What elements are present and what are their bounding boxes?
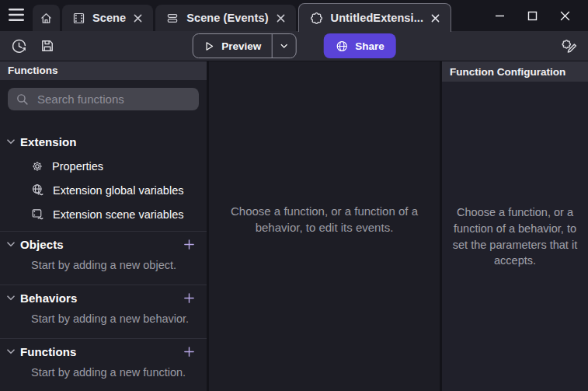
chevron-down-icon: [279, 41, 288, 51]
preview-dropdown-button[interactable]: [272, 34, 295, 58]
close-tab-icon[interactable]: [430, 13, 440, 23]
section-functions: Functions Start by adding a new function…: [0, 338, 207, 391]
preview-label: Preview: [221, 40, 261, 52]
history-icon[interactable]: [11, 38, 27, 54]
minimize-button[interactable]: [489, 5, 510, 26]
film-icon: [72, 12, 85, 25]
edit-extension-icon[interactable]: [559, 37, 578, 55]
section-header-objects[interactable]: Objects: [0, 232, 207, 257]
chevron-down-icon: [7, 242, 15, 247]
search-icon: [16, 93, 29, 106]
hamburger-menu-icon[interactable]: [9, 8, 24, 22]
window-controls: [489, 0, 588, 31]
tab-label: Scene (Events): [186, 12, 268, 24]
maximize-button[interactable]: [521, 5, 543, 26]
objects-empty-hint: Start by adding a new object.: [0, 257, 207, 280]
events-empty-message: Choose a function, or a function of a be…: [216, 203, 433, 236]
toolbar-right: [559, 31, 578, 61]
search-box[interactable]: [8, 88, 199, 110]
add-behavior-button[interactable]: [181, 290, 197, 306]
section-objects: Objects Start by adding a new object.: [0, 231, 207, 285]
function-configuration-panel: Function Configuration Choose a function…: [442, 61, 588, 391]
configuration-empty-message: Choose a function, or a function of a be…: [451, 204, 579, 268]
section-extension: Extension Properties: [0, 129, 207, 231]
tab-scene[interactable]: Scene: [62, 5, 153, 31]
extension-puzzle-icon: [309, 11, 324, 26]
tab-scene-events[interactable]: Scene (Events): [155, 5, 295, 31]
scene-variable-icon: [31, 208, 44, 221]
functions-panel: Functions Extension: [0, 61, 209, 391]
item-label: Properties: [52, 160, 103, 173]
section-title: Functions: [20, 345, 181, 358]
tab-home[interactable]: [33, 5, 60, 31]
section-title: Extension: [20, 135, 197, 148]
preview-main[interactable]: Preview: [193, 34, 271, 58]
list-item-scene-variables[interactable]: Extension scene variables: [0, 202, 207, 226]
panel-title: Functions: [8, 65, 58, 76]
title-bar: Scene Scene (Events) Un: [0, 0, 588, 31]
chevron-down-icon: [7, 139, 15, 145]
add-function-button[interactable]: [181, 344, 197, 360]
panel-title: Function Configuration: [450, 66, 565, 78]
section-header-extension[interactable]: Extension: [0, 129, 207, 154]
chevron-down-icon: [7, 295, 15, 301]
toolbar-center: Preview Share: [192, 33, 396, 58]
behaviors-empty-hint: Start by adding a new behavior.: [0, 310, 207, 333]
functions-panel-header: Functions: [0, 61, 207, 80]
function-configuration-header: Function Configuration: [442, 61, 588, 82]
tab-label: UntitledExtensi...: [331, 12, 423, 24]
item-label: Extension scene variables: [53, 208, 183, 221]
function-configuration-body: Choose a function, or a function of a be…: [442, 82, 588, 391]
section-title: Objects: [20, 238, 181, 251]
share-button[interactable]: Share: [323, 33, 396, 58]
globe-icon: [335, 40, 348, 53]
events-editor-panel: Choose a function, or a function of a be…: [209, 61, 442, 391]
functions-empty-hint: Start by adding a new function.: [0, 364, 207, 387]
section-title: Behaviors: [20, 292, 181, 305]
section-header-behaviors[interactable]: Behaviors: [0, 285, 207, 310]
close-window-button[interactable]: [554, 5, 576, 26]
chevron-down-icon: [7, 349, 15, 354]
tab-untitled-extension[interactable]: UntitledExtensi...: [298, 3, 451, 32]
list-item-global-variables[interactable]: Extension global variables: [0, 178, 207, 202]
main-area: Functions Extension: [0, 61, 588, 391]
close-tab-icon[interactable]: [276, 13, 286, 23]
add-object-button[interactable]: [181, 236, 197, 253]
toolbar: Preview Share: [0, 31, 588, 61]
search-input[interactable]: [36, 92, 193, 106]
events-sheet-icon: [165, 12, 179, 25]
item-label: Extension global variables: [53, 184, 183, 197]
share-label: Share: [355, 40, 384, 52]
list-item-properties[interactable]: Properties: [0, 154, 207, 178]
section-behaviors: Behaviors Start by adding a new behavior…: [0, 285, 207, 338]
play-icon: [203, 40, 214, 52]
section-header-functions[interactable]: Functions: [0, 339, 207, 364]
tab-label: Scene: [92, 12, 126, 24]
preview-button[interactable]: Preview: [192, 33, 296, 58]
save-icon[interactable]: [40, 38, 55, 54]
globe-variable-icon: [31, 183, 44, 197]
gear-icon: [31, 160, 43, 173]
toolbar-left: [0, 38, 55, 54]
home-icon: [40, 12, 53, 25]
tab-bar: Scene Scene (Events) Un: [33, 0, 454, 31]
close-tab-icon[interactable]: [133, 13, 143, 23]
